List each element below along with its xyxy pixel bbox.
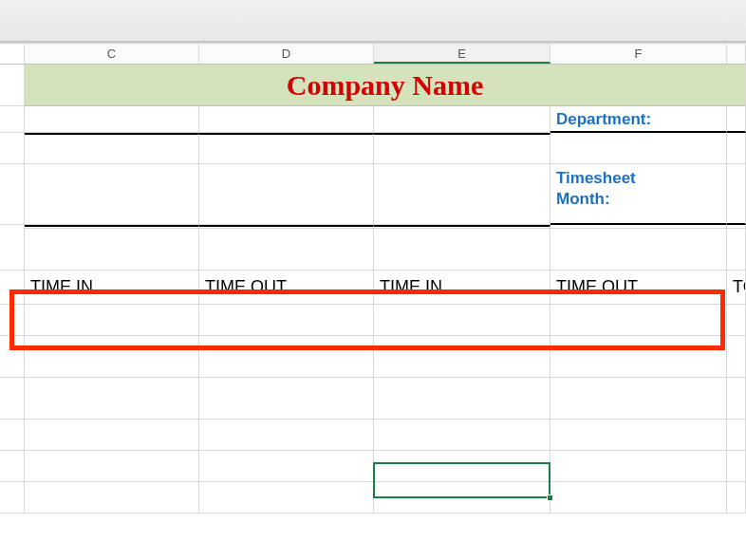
cell[interactable] bbox=[727, 451, 746, 482]
cell[interactable] bbox=[374, 482, 550, 513]
table-header-time-out-2[interactable]: TIME OUT bbox=[550, 271, 727, 305]
cell[interactable] bbox=[550, 451, 727, 482]
cell[interactable] bbox=[727, 164, 746, 225]
table-header-time-in-2[interactable]: TIME IN bbox=[374, 271, 550, 305]
cell[interactable] bbox=[550, 420, 727, 451]
timesheet-month-label[interactable]: Timesheet Month: bbox=[550, 164, 727, 225]
cell[interactable] bbox=[374, 229, 550, 271]
select-all-stub[interactable] bbox=[0, 44, 25, 64]
cell[interactable] bbox=[25, 229, 199, 271]
cell[interactable] bbox=[550, 482, 727, 513]
cell[interactable] bbox=[727, 420, 746, 451]
cell[interactable] bbox=[199, 164, 374, 225]
window-chrome bbox=[0, 0, 746, 42]
cell[interactable] bbox=[199, 133, 374, 164]
cell[interactable] bbox=[25, 164, 199, 225]
cell[interactable] bbox=[550, 133, 727, 164]
cell[interactable] bbox=[550, 336, 727, 378]
cell[interactable] bbox=[374, 420, 550, 451]
col-header-C[interactable]: C bbox=[25, 44, 199, 64]
cell[interactable] bbox=[374, 336, 550, 378]
cell[interactable] bbox=[374, 164, 550, 225]
row-stub[interactable] bbox=[0, 420, 25, 451]
cell[interactable] bbox=[25, 451, 199, 482]
row-stub[interactable] bbox=[0, 229, 25, 271]
spreadsheet-grid[interactable]: Company Name Department: Timesheet Month… bbox=[0, 65, 746, 513]
row-stub[interactable] bbox=[0, 451, 25, 482]
cell[interactable] bbox=[550, 378, 727, 420]
cell[interactable] bbox=[727, 305, 746, 336]
cell[interactable] bbox=[374, 451, 550, 482]
cell[interactable] bbox=[25, 482, 199, 513]
cell[interactable] bbox=[727, 133, 746, 164]
cell[interactable] bbox=[374, 305, 550, 336]
cell[interactable] bbox=[25, 106, 199, 133]
cell[interactable] bbox=[199, 106, 374, 133]
row-stub[interactable] bbox=[0, 133, 25, 164]
cell[interactable] bbox=[199, 451, 374, 482]
cell[interactable] bbox=[374, 133, 550, 164]
cell[interactable] bbox=[727, 106, 746, 133]
table-header-time-out-1[interactable]: TIME OUT bbox=[199, 271, 374, 305]
cell[interactable] bbox=[550, 229, 727, 271]
cell[interactable] bbox=[550, 305, 727, 336]
cell[interactable] bbox=[25, 378, 199, 420]
cell[interactable] bbox=[727, 482, 746, 513]
cell[interactable] bbox=[199, 336, 374, 378]
col-header-D[interactable]: D bbox=[199, 44, 374, 64]
table-header-time-in-1[interactable]: TIME IN bbox=[25, 271, 199, 305]
cell[interactable] bbox=[25, 305, 199, 336]
cell[interactable] bbox=[199, 305, 374, 336]
cell[interactable] bbox=[727, 336, 746, 378]
cell[interactable] bbox=[374, 378, 550, 420]
row-stub[interactable] bbox=[0, 271, 25, 305]
col-header-G[interactable] bbox=[727, 44, 746, 64]
cell[interactable] bbox=[727, 229, 746, 271]
cell[interactable] bbox=[199, 420, 374, 451]
row-stub[interactable] bbox=[0, 378, 25, 420]
department-label[interactable]: Department: bbox=[550, 106, 727, 133]
company-title[interactable]: Company Name bbox=[25, 65, 746, 106]
col-header-E[interactable]: E bbox=[374, 44, 550, 64]
cell[interactable] bbox=[25, 336, 199, 378]
column-header-row: C D E F bbox=[0, 44, 746, 65]
cell[interactable] bbox=[199, 482, 374, 513]
row-stub[interactable] bbox=[0, 305, 25, 336]
cell[interactable] bbox=[374, 106, 550, 133]
cell[interactable] bbox=[727, 378, 746, 420]
table-header-total[interactable]: TO bbox=[727, 271, 746, 305]
cell[interactable] bbox=[25, 133, 199, 164]
col-header-F[interactable]: F bbox=[550, 44, 727, 64]
row-stub[interactable] bbox=[0, 164, 25, 225]
row-stub[interactable] bbox=[0, 106, 25, 133]
cell[interactable] bbox=[199, 378, 374, 420]
cell[interactable] bbox=[25, 420, 199, 451]
cell[interactable] bbox=[199, 229, 374, 271]
row-stub[interactable] bbox=[0, 336, 25, 378]
row-stub[interactable] bbox=[0, 482, 25, 513]
row-stub[interactable] bbox=[0, 65, 25, 106]
